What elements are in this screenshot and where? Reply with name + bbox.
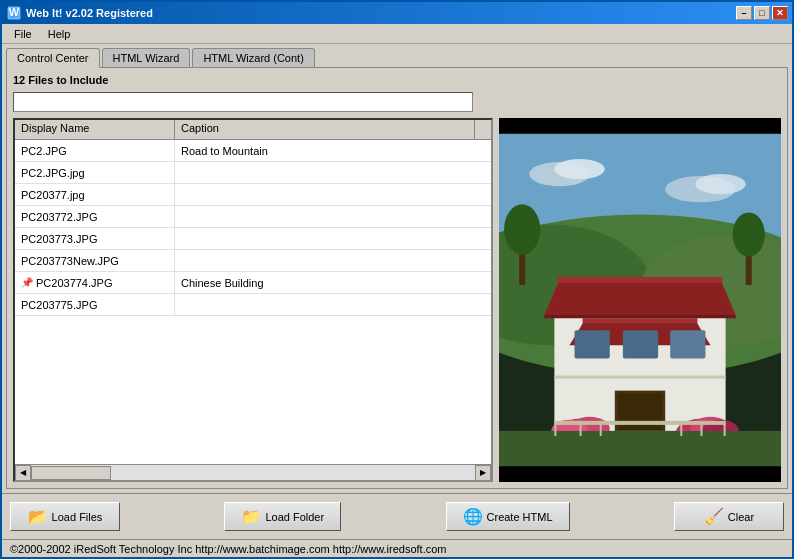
- svg-point-5: [554, 159, 604, 179]
- table-header: Display Name Caption: [15, 120, 491, 140]
- tab-html-wizard[interactable]: HTML Wizard: [102, 48, 191, 67]
- svg-rect-20: [583, 318, 698, 323]
- svg-text:W: W: [9, 6, 20, 18]
- svg-rect-26: [554, 376, 725, 379]
- col-scroll-space: [475, 120, 491, 139]
- table-row[interactable]: PC2.JPG Road to Mountain: [15, 140, 491, 162]
- svg-marker-16: [544, 280, 735, 315]
- status-text: ©2000-2002 iRedSoft Technology Inc http:…: [10, 543, 447, 555]
- main-window: W Web It! v2.02 Registered – □ ✕ File He…: [0, 0, 794, 559]
- svg-rect-35: [554, 421, 556, 436]
- cell-caption: Road to Mountain: [175, 140, 491, 161]
- load-folder-button[interactable]: 📁 Load Folder: [224, 502, 341, 531]
- svg-point-7: [695, 174, 745, 194]
- cell-display-name: PC203773New.JPG: [15, 250, 175, 271]
- cell-caption: [175, 206, 491, 227]
- svg-rect-21: [575, 330, 610, 358]
- footer: 📂 Load Files 📁 Load Folder 🌐 Create HTML…: [2, 493, 792, 539]
- svg-rect-37: [600, 421, 602, 436]
- cell-display-name: PC20377.jpg: [15, 184, 175, 205]
- search-input[interactable]: [13, 92, 473, 112]
- main-content: 12 Files to Include Display Name Caption…: [6, 67, 788, 489]
- cell-display-name: PC2.JPG: [15, 140, 175, 161]
- svg-rect-39: [700, 421, 702, 436]
- create-html-icon: 🌐: [463, 507, 483, 526]
- title-bar: W Web It! v2.02 Registered – □ ✕: [2, 2, 792, 24]
- table-row[interactable]: PC203773New.JPG: [15, 250, 491, 272]
- load-files-label: Load Files: [52, 511, 103, 523]
- svg-point-14: [733, 212, 765, 256]
- table-row[interactable]: PC2.JPG.jpg: [15, 162, 491, 184]
- create-html-label: Create HTML: [487, 511, 553, 523]
- preview-panel: [499, 118, 781, 482]
- tab-html-wizard-cont[interactable]: HTML Wizard (Cont): [192, 48, 314, 67]
- svg-rect-22: [623, 330, 658, 358]
- h-scroll-left-btn[interactable]: ◀: [15, 465, 31, 481]
- svg-rect-17: [557, 277, 722, 283]
- clear-icon: 🧹: [704, 507, 724, 526]
- table-row[interactable]: PC203773.JPG: [15, 228, 491, 250]
- window-title: Web It! v2.02 Registered: [26, 7, 736, 19]
- table-row[interactable]: PC203772.JPG: [15, 206, 491, 228]
- table-row[interactable]: PC20377.jpg: [15, 184, 491, 206]
- svg-marker-18: [544, 315, 735, 318]
- h-scroll-right-btn[interactable]: ▶: [475, 465, 491, 481]
- cell-display-name: PC2.JPG.jpg: [15, 162, 175, 183]
- menu-bar: File Help: [2, 24, 792, 44]
- svg-rect-38: [680, 421, 682, 436]
- cell-caption: [175, 228, 491, 249]
- cell-display-name: PC203773.JPG: [15, 228, 175, 249]
- cell-display-name: PC203775.JPG: [15, 294, 175, 315]
- svg-rect-36: [580, 421, 582, 436]
- svg-point-12: [504, 204, 540, 254]
- menu-file[interactable]: File: [6, 26, 40, 42]
- app-icon: W: [6, 5, 22, 21]
- svg-rect-40: [724, 421, 726, 436]
- clear-label: Clear: [728, 511, 754, 523]
- load-folder-icon: 📁: [241, 507, 261, 526]
- table-row[interactable]: PC203775.JPG: [15, 294, 491, 316]
- maximize-button[interactable]: □: [754, 6, 770, 20]
- cell-caption: [175, 162, 491, 183]
- h-scrollbar[interactable]: ◀ ▶: [15, 464, 491, 480]
- close-button[interactable]: ✕: [772, 6, 788, 20]
- load-files-button[interactable]: 📂 Load Files: [10, 502, 120, 531]
- cell-display-name: PC203772.JPG: [15, 206, 175, 227]
- svg-rect-23: [670, 330, 705, 358]
- pin-icon: 📌: [21, 277, 33, 288]
- cell-display-name: 📌 PC203774.JPG: [15, 272, 175, 293]
- tab-control-center[interactable]: Control Center: [6, 48, 100, 68]
- cell-caption: [175, 184, 491, 205]
- preview-image: [499, 118, 781, 482]
- status-bar: ©2000-2002 iRedSoft Technology Inc http:…: [2, 539, 792, 557]
- tab-bar: Control Center HTML Wizard HTML Wizard (…: [2, 44, 792, 67]
- create-html-button[interactable]: 🌐 Create HTML: [446, 502, 570, 531]
- clear-button[interactable]: 🧹 Clear: [674, 502, 784, 531]
- h-scroll-thumb[interactable]: [31, 466, 111, 480]
- cell-caption: [175, 294, 491, 315]
- menu-help[interactable]: Help: [40, 26, 79, 42]
- cell-caption: Chinese Building: [175, 272, 491, 293]
- load-files-icon: 📂: [28, 507, 48, 526]
- window-controls: – □ ✕: [736, 6, 788, 20]
- minimize-button[interactable]: –: [736, 6, 752, 20]
- load-folder-label: Load Folder: [265, 511, 324, 523]
- file-table: Display Name Caption PC2.JPG Road to Mou…: [13, 118, 493, 482]
- table-row[interactable]: 📌 PC203774.JPG Chinese Building: [15, 272, 491, 294]
- cell-caption: [175, 250, 491, 271]
- h-scroll-track[interactable]: [31, 465, 475, 480]
- section-label: 12 Files to Include: [13, 74, 781, 86]
- content-area: Display Name Caption PC2.JPG Road to Mou…: [13, 118, 781, 482]
- svg-rect-33: [499, 431, 781, 466]
- col-display-name: Display Name: [15, 120, 175, 139]
- col-caption: Caption: [175, 120, 475, 139]
- table-body[interactable]: PC2.JPG Road to Mountain PC2.JPG.jpg PC2…: [15, 140, 491, 464]
